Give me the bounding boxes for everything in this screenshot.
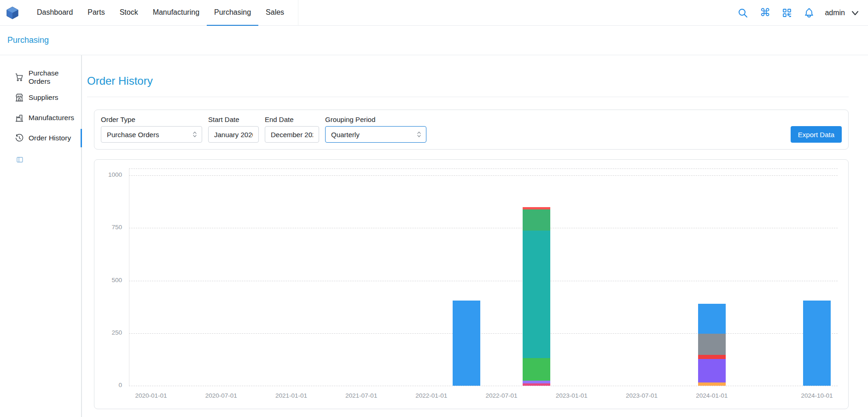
bar-segment[interactable] <box>698 334 726 355</box>
tab-manufacturing[interactable]: Manufacturing <box>146 0 207 26</box>
sidebar-item-label: Order History <box>29 134 71 142</box>
breadcrumb: Purchasing <box>0 26 868 55</box>
bar-segment[interactable] <box>523 358 550 381</box>
x-axis-tick-label: 2022-01-01 <box>399 392 464 399</box>
order-type-select[interactable]: Purchase Orders <box>101 126 202 143</box>
tab-stock-label: Stock <box>120 8 138 17</box>
y-axis-tick-label: 0 <box>94 382 122 388</box>
title-divider <box>87 97 849 97</box>
gridline <box>129 386 838 386</box>
x-axis-tick-label: 2020-07-01 <box>189 392 253 399</box>
sidebar-item-label: Suppliers <box>29 93 58 102</box>
user-menu[interactable]: admin <box>825 8 860 17</box>
chevron-down-icon <box>851 8 860 17</box>
bar-segment[interactable] <box>698 355 726 359</box>
selector-icon <box>191 130 199 139</box>
navbar: Dashboard Parts Stock Manufacturing Purc… <box>0 0 868 26</box>
main-tabs: Dashboard Parts Stock Manufacturing Purc… <box>29 0 291 26</box>
gridline <box>129 333 838 334</box>
gridline <box>129 228 838 228</box>
sidebar-item-label: Manufacturers <box>29 114 74 122</box>
command-palette-icon[interactable]: ⌘ <box>758 6 771 19</box>
sidebar-item-label: Purchase Orders <box>29 69 81 86</box>
panel-collapse-icon <box>16 156 24 164</box>
sidebar-item-manufacturers[interactable]: Manufacturers <box>0 108 81 128</box>
tab-sales-label: Sales <box>266 8 284 17</box>
bar-segment[interactable] <box>453 301 480 386</box>
y-axis-tick-label: 1000 <box>94 171 122 178</box>
bar-segment[interactable] <box>523 207 550 209</box>
content: Purchase Orders Suppliers Manufacturers … <box>0 55 868 417</box>
bar-segment[interactable] <box>523 381 550 383</box>
x-axis-tick-label: 2023-01-01 <box>539 392 604 399</box>
qr-scan-icon[interactable] <box>781 6 793 19</box>
export-data-button[interactable]: Export Data <box>791 126 842 143</box>
order-type-field: Order Type Purchase Orders <box>101 116 202 143</box>
x-axis-tick-label: 2022-07-01 <box>469 392 534 399</box>
navbar-actions: ⌘ admin <box>736 6 860 19</box>
notifications-icon[interactable] <box>803 6 816 19</box>
end-date-input[interactable] <box>265 126 319 143</box>
y-axis-tick-label: 750 <box>94 224 122 231</box>
bar-segment[interactable] <box>803 301 831 386</box>
gridline <box>129 175 838 176</box>
grouping-period-label: Grouping Period <box>325 116 426 123</box>
start-date-label: Start Date <box>208 116 259 123</box>
tab-sales[interactable]: Sales <box>258 0 291 26</box>
y-axis-tick-label: 250 <box>94 329 122 336</box>
bar-segment[interactable] <box>698 359 726 382</box>
end-date-field: End Date <box>265 116 319 143</box>
sidebar-item-suppliers[interactable]: Suppliers <box>0 87 81 108</box>
gridline <box>129 168 838 169</box>
sidebar-item-purchase-orders[interactable]: Purchase Orders <box>0 67 81 87</box>
tab-parts[interactable]: Parts <box>80 0 112 26</box>
tab-parts-label: Parts <box>87 8 105 17</box>
bar-segment[interactable] <box>523 383 550 386</box>
username: admin <box>825 9 845 17</box>
grouping-period-field: Grouping Period Quarterly <box>325 116 426 143</box>
tab-dashboard[interactable]: Dashboard <box>29 0 80 26</box>
sidebar-item-order-history[interactable]: Order History <box>0 128 81 148</box>
end-date-label: End Date <box>265 116 319 123</box>
filter-bar: Order Type Purchase Orders Start Date En… <box>94 110 849 150</box>
selector-icon <box>415 130 423 139</box>
gridline <box>129 281 838 281</box>
command-glyph: ⌘ <box>760 7 770 18</box>
search-icon[interactable] <box>736 6 749 19</box>
tab-dashboard-label: Dashboard <box>37 8 73 17</box>
sidebar: Purchase Orders Suppliers Manufacturers … <box>0 55 82 417</box>
main-panel: Order History Order Type Purchase Orders… <box>82 55 868 417</box>
tab-purchasing-label: Purchasing <box>214 8 251 17</box>
x-axis-tick-label: 2024-01-01 <box>680 392 744 399</box>
breadcrumb-purchasing-link[interactable]: Purchasing <box>7 35 49 45</box>
tab-manufacturing-label: Manufacturing <box>153 8 199 17</box>
x-axis-tick-label: 2023-07-01 <box>609 392 674 399</box>
building-store-icon <box>15 93 24 102</box>
grouping-period-value: Quarterly <box>331 131 360 139</box>
grouping-period-select[interactable]: Quarterly <box>325 126 426 143</box>
bar-segment[interactable] <box>698 382 726 386</box>
order-type-value: Purchase Orders <box>107 131 159 139</box>
order-history-chart: 025050075010002020-01-012020-07-012021-0… <box>94 159 849 409</box>
tab-purchasing[interactable]: Purchasing <box>207 0 258 26</box>
start-date-field: Start Date <box>208 116 259 143</box>
shopping-cart-icon <box>15 73 24 82</box>
x-axis-tick-label: 2021-07-01 <box>329 392 394 399</box>
bar-segment[interactable] <box>523 209 550 231</box>
bar-segment[interactable] <box>698 304 726 334</box>
x-axis-tick-label: 2020-01-01 <box>119 392 183 399</box>
app-logo-icon[interactable] <box>6 6 19 20</box>
tabs-divider <box>298 0 298 26</box>
collapse-sidebar-button[interactable] <box>16 156 25 165</box>
order-type-label: Order Type <box>101 116 202 123</box>
x-axis-tick-label: 2021-01-01 <box>259 392 323 399</box>
history-icon <box>15 133 24 143</box>
factory-icon <box>15 113 24 122</box>
y-axis-line <box>129 168 129 386</box>
x-axis-tick-label: 2024-10-01 <box>785 392 849 399</box>
start-date-input[interactable] <box>208 126 259 143</box>
y-axis-tick-label: 500 <box>94 277 122 284</box>
page-title: Order History <box>87 75 849 87</box>
tab-stock[interactable]: Stock <box>112 0 146 26</box>
bar-segment[interactable] <box>523 231 550 358</box>
